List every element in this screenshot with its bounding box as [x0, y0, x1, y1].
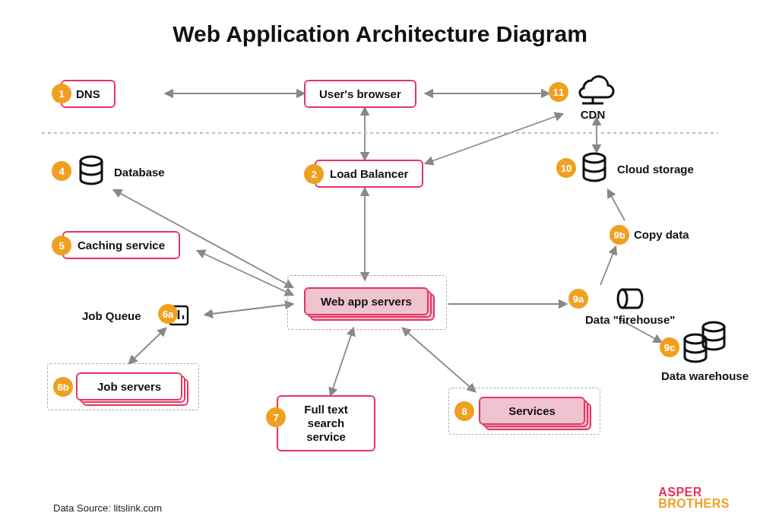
node-browser: User's browser	[304, 80, 416, 108]
svg-line-6	[198, 251, 293, 295]
svg-line-8	[129, 328, 166, 363]
job-servers-box: Job servers	[76, 372, 182, 401]
svg-line-13	[608, 190, 625, 220]
firehose-icon	[615, 287, 645, 310]
badge-fulltext: 7	[266, 407, 286, 427]
node-load-balancer: Load Balancer	[315, 160, 423, 188]
badge-cache: 5	[52, 236, 71, 255]
data-source: Data Source: litslink.com	[53, 502, 162, 514]
cloud-storage-icon	[579, 152, 610, 185]
web-app-box: Web app servers	[304, 287, 429, 315]
node-copy-data: Copy data	[634, 228, 689, 241]
job-queue-label: Job Queue	[82, 309, 141, 322]
badge-lb: 2	[304, 164, 324, 184]
database-label: Database	[114, 166, 165, 179]
job-servers-label: Job servers	[97, 380, 161, 393]
svg-line-10	[403, 328, 475, 391]
node-web-app: Web app servers	[304, 287, 429, 315]
warehouse-icon	[679, 319, 732, 366]
badge-db: 4	[52, 161, 71, 181]
fulltext-label: Full text search service	[304, 403, 348, 443]
node-services: Services	[479, 397, 585, 425]
cdn-label: CDN	[581, 108, 606, 121]
node-fulltext: Full text search service	[277, 395, 375, 451]
load-balancer-label: Load Balancer	[330, 167, 408, 180]
badge-dns: 1	[52, 84, 71, 103]
badge-copydata: 9b	[610, 225, 629, 245]
svg-line-9	[331, 328, 353, 395]
badge-job-servers: 6b	[53, 377, 73, 397]
web-app-label: Web app servers	[321, 295, 412, 308]
node-database: Database	[76, 155, 165, 188]
svg-point-20	[584, 154, 605, 163]
logo-line1: ASPER	[658, 486, 730, 498]
browser-box: User's browser	[304, 80, 416, 108]
diagram-canvas: 1 DNS User's browser 11 CDN 2 Load Balan…	[0, 0, 760, 532]
cloud-icon	[570, 70, 616, 106]
node-cdn: CDN	[570, 70, 616, 121]
cloud-storage-label: Cloud storage	[617, 163, 694, 176]
fulltext-box: Full text search service	[277, 395, 375, 451]
database-icon	[76, 155, 106, 188]
badge-firehose: 9a	[568, 289, 588, 309]
svg-line-7	[205, 304, 293, 315]
services-box: Services	[479, 397, 585, 425]
badge-services: 8	[454, 401, 474, 421]
services-label: Services	[508, 404, 556, 417]
dns-label: DNS	[76, 87, 100, 100]
caching-box: Caching service	[62, 231, 180, 259]
svg-point-19	[81, 157, 102, 166]
node-cloud-storage: Cloud storage	[579, 152, 694, 185]
badge-cloud: 10	[556, 158, 576, 178]
badge-warehouse: 9c	[660, 337, 679, 357]
svg-line-3	[426, 114, 562, 163]
badge-cdn: 11	[549, 82, 568, 102]
logo: ASPER BROTHERS	[658, 486, 730, 509]
svg-point-25	[618, 290, 627, 308]
logo-line2: BROTHERS	[658, 498, 730, 509]
svg-point-26	[703, 322, 724, 331]
browser-label: User's browser	[319, 87, 401, 100]
warehouse-label: Data warehouse	[661, 369, 749, 382]
copy-data-label: Copy data	[634, 228, 689, 241]
svg-line-12	[600, 247, 616, 285]
caching-label: Caching service	[78, 239, 165, 252]
node-job-servers: Job servers	[76, 372, 182, 401]
load-balancer-box: Load Balancer	[315, 160, 423, 188]
badge-job-queue: 6a	[158, 304, 178, 324]
node-caching: Caching service	[62, 231, 180, 259]
